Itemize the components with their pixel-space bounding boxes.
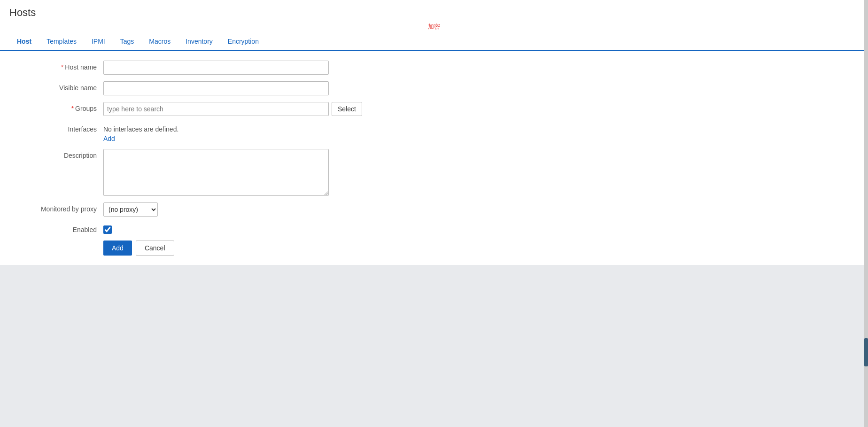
- host-name-label: *Host name: [19, 61, 103, 71]
- tab-encryption[interactable]: Encryption: [220, 33, 266, 51]
- tab-inventory[interactable]: Inventory: [178, 33, 220, 51]
- scrollbar-track[interactable]: [864, 0, 868, 427]
- interfaces-row: Interfaces No interfaces are defined. Ad…: [19, 123, 849, 142]
- host-name-row: *Host name: [19, 61, 849, 75]
- visible-name-row: Visible name: [19, 81, 849, 95]
- proxy-label: Monitored by proxy: [19, 202, 103, 213]
- enabled-checkbox[interactable]: [103, 225, 112, 234]
- visible-name-label: Visible name: [19, 81, 103, 92]
- tab-host[interactable]: Host: [9, 33, 39, 51]
- groups-required-star: *: [71, 105, 74, 112]
- page-title: Hosts: [0, 0, 868, 22]
- host-name-input[interactable]: [103, 61, 329, 75]
- tab-tags[interactable]: Tags: [113, 33, 142, 51]
- tab-templates[interactable]: Templates: [39, 33, 84, 51]
- description-label: Description: [19, 149, 103, 159]
- footer-background: Zabbix 5.2.6. © 2001–2021, Zabbix SIA: [0, 265, 868, 427]
- interfaces-label: Interfaces: [19, 123, 103, 133]
- groups-search-input[interactable]: [103, 102, 329, 116]
- visible-name-input[interactable]: [103, 81, 329, 95]
- add-button[interactable]: Add: [103, 241, 132, 256]
- scrollbar-thumb[interactable]: [864, 338, 868, 366]
- proxy-row: Monitored by proxy (no proxy): [19, 202, 849, 217]
- interfaces-add-link[interactable]: Add: [103, 135, 115, 142]
- groups-select-button[interactable]: Select: [332, 102, 362, 116]
- description-textarea[interactable]: [103, 149, 329, 196]
- enabled-label: Enabled: [19, 223, 103, 233]
- required-star: *: [61, 63, 63, 71]
- tab-ipmi[interactable]: IPMI: [84, 33, 113, 51]
- encryption-hint: 加密: [0, 22, 868, 33]
- tab-bar: Host Templates IPMI Tags Macros Inventor…: [0, 33, 868, 51]
- cancel-button[interactable]: Cancel: [136, 241, 174, 256]
- action-buttons: Add Cancel: [19, 241, 849, 256]
- no-interfaces-text: No interfaces are defined.: [103, 123, 178, 133]
- host-form: *Host name Visible name *Groups Select I…: [0, 51, 868, 265]
- groups-label: *Groups: [19, 102, 103, 112]
- enabled-row: Enabled: [19, 223, 849, 234]
- proxy-select[interactable]: (no proxy): [103, 202, 158, 217]
- groups-row: *Groups Select: [19, 102, 849, 116]
- tab-macros[interactable]: Macros: [141, 33, 178, 51]
- description-row: Description: [19, 149, 849, 196]
- groups-input-area: Select: [103, 102, 362, 116]
- interfaces-content: No interfaces are defined. Add: [103, 123, 178, 142]
